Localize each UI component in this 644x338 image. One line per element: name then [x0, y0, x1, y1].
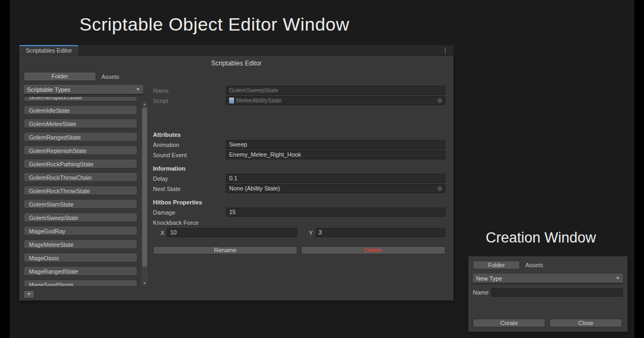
window-header-title: Scriptables Editor [19, 56, 453, 67]
editor-columns: Scriptable Types ▼ GolemEruptionStateGol… [19, 85, 453, 300]
editor-toolbar: Folder Assets [24, 72, 119, 81]
damage-value: 15 [229, 208, 236, 216]
list-item[interactable]: MageOasis [24, 253, 137, 262]
list-item[interactable]: MageRangedState [24, 266, 137, 276]
animation-row: Animation Sweep [153, 140, 445, 149]
type-list: GolemEruptionStateGolemIdleStateGolemMel… [24, 97, 137, 286]
knockback-force-row: Knockback Force [153, 218, 445, 227]
delay-label: Delay [153, 175, 226, 182]
list-item[interactable]: GolemReplenishState [24, 145, 137, 155]
name-row: Name GolemSweepState [153, 86, 445, 95]
inspector-panel: Name GolemSweepState Script MeleeAbility… [153, 86, 445, 254]
list-item[interactable]: GolemRockPathingState [24, 159, 137, 168]
knockback-x-value: 10 [170, 229, 177, 237]
type-list-wrap: GolemEruptionStateGolemIdleStateGolemMel… [24, 97, 148, 286]
script-label: Script [153, 98, 226, 104]
left-edge-strip [0, 0, 10, 338]
page-title: Scriptable Object Editor Window [79, 14, 349, 35]
knockback-x-group: X 10 [153, 228, 297, 237]
name-label: Name [153, 87, 226, 94]
assets-tab-button[interactable]: Assets [101, 74, 119, 80]
list-item[interactable]: MageMeleeState [24, 239, 137, 249]
damage-row: Damage 15 [153, 208, 445, 217]
next-state-row: Next State None (Ability State) ⊙ [153, 184, 445, 193]
create-button[interactable]: Create [473, 319, 545, 327]
knockback-y-value: 3 [319, 229, 322, 237]
attributes-section-header: Attributes [153, 131, 445, 138]
list-item[interactable]: MageSandStorm [24, 280, 137, 286]
new-type-dropdown[interactable]: New Type ▼ [473, 274, 623, 283]
creation-name-label: Name [473, 289, 491, 296]
rename-button[interactable]: Rename [153, 246, 297, 254]
delay-field[interactable]: 0.1 [226, 174, 445, 183]
creation-name-input[interactable] [491, 288, 623, 297]
damage-field[interactable]: 15 [226, 208, 445, 217]
creation-name-row: Name [473, 288, 623, 297]
sound-event-field[interactable]: Enemy_Melee_Right_Hook [226, 150, 445, 159]
scriptable-types-dropdown[interactable]: Scriptable Types ▼ [24, 85, 143, 94]
list-item[interactable]: GolemRangedState [24, 132, 137, 142]
tab-bar: Scriptables Editor ⋮ [19, 45, 453, 56]
creation-toolbar: Folder Assets [473, 261, 623, 269]
knockback-xy-row: X 10 Y 3 [153, 228, 445, 237]
knockback-force-label: Knockback Force [153, 219, 226, 226]
script-file-icon [229, 98, 234, 104]
animation-field[interactable]: Sweep [226, 140, 445, 149]
list-item[interactable]: MageGodRay [24, 226, 137, 236]
inspector-actions: Rename Delete [153, 246, 445, 254]
folder-tab-button[interactable]: Folder [24, 72, 96, 81]
object-picker-icon[interactable]: ⊙ [437, 186, 442, 192]
right-edge-strip [634, 0, 644, 338]
sound-event-value: Enemy_Melee_Right_Hook [229, 151, 301, 159]
list-item[interactable]: GolemEruptionState [24, 97, 137, 101]
name-field[interactable]: GolemSweepState [226, 86, 445, 95]
list-item[interactable]: GolemRockThrowState [24, 186, 137, 195]
script-object-field[interactable]: MeleeAbilityState ⊙ [226, 96, 445, 105]
creation-folder-tab-button[interactable]: Folder [473, 261, 520, 269]
list-item[interactable]: GolemRockThrowChain [24, 172, 137, 182]
creation-assets-tab-button[interactable]: Assets [525, 262, 543, 268]
animation-label: Animation [153, 142, 226, 148]
new-type-dropdown-label: New Type [476, 275, 502, 282]
more-menu-icon[interactable]: ⋮ [442, 46, 448, 55]
close-button[interactable]: Close [550, 319, 622, 327]
chevron-down-icon: ▼ [136, 87, 140, 92]
name-value: GolemSweepState [229, 86, 279, 94]
damage-label: Damage [153, 209, 226, 216]
next-state-label: Next State [153, 186, 226, 192]
list-item[interactable]: GolemSlamState [24, 199, 137, 209]
creation-window: Folder Assets New Type ▼ Name Create Clo… [468, 256, 628, 332]
next-state-value: None (Ability State) [229, 185, 280, 193]
object-picker-icon[interactable]: ⊙ [437, 98, 442, 104]
creation-window-title: Creation Window [486, 230, 596, 246]
script-value: MeleeAbilityState [236, 97, 282, 105]
sound-event-row: Sound Event Enemy_Melee_Right_Hook [153, 150, 445, 159]
knockback-x-field[interactable]: 10 [167, 228, 297, 237]
tab-scriptables-editor[interactable]: Scriptables Editor [19, 45, 78, 56]
scrollbar-thumb[interactable] [142, 108, 147, 267]
scroll-down-icon[interactable]: ▼ [142, 282, 148, 285]
list-item[interactable]: GolemIdleState [24, 105, 137, 115]
add-type-button[interactable]: + [24, 290, 34, 298]
creation-actions: Create Close [473, 319, 622, 327]
knockback-x-label: X [160, 230, 167, 236]
list-scrollbar[interactable]: ▲ ▼ [142, 101, 148, 286]
delay-row: Delay 0.1 [153, 174, 445, 183]
window-body: Scriptables Editor Folder Assets Scripta… [19, 56, 453, 300]
scroll-up-icon[interactable]: ▲ [142, 102, 148, 106]
scriptables-editor-window: Scriptables Editor ⋮ Scriptables Editor … [19, 45, 453, 300]
knockback-y-field[interactable]: 3 [316, 228, 446, 237]
hitbox-section-header: Hitbox Properties [153, 199, 445, 206]
sound-event-label: Sound Event [153, 152, 226, 158]
knockback-y-group: Y 3 [302, 228, 446, 237]
delete-button[interactable]: Delete [301, 246, 445, 254]
list-item[interactable]: GolemSweepState [24, 212, 137, 222]
next-state-object-field[interactable]: None (Ability State) ⊙ [226, 184, 445, 193]
tab-label: Scriptables Editor [26, 47, 72, 54]
list-item[interactable]: GolemMeleeState [24, 119, 137, 128]
animation-value: Sweep [229, 141, 247, 149]
delete-button-label: Delete [365, 247, 382, 253]
script-row: Script MeleeAbilityState ⊙ [153, 96, 445, 105]
scriptable-types-dropdown-label: Scriptable Types [27, 86, 70, 93]
chevron-down-icon: ▼ [616, 276, 620, 281]
